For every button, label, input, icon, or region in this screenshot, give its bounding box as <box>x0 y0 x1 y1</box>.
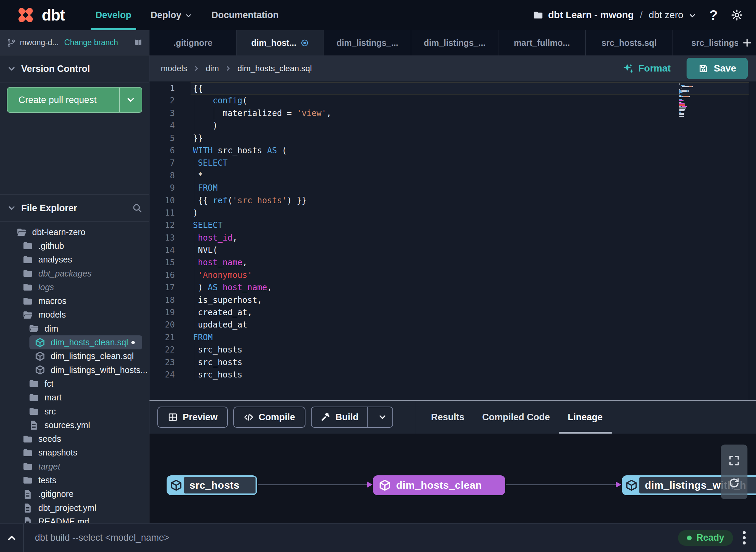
tree-item-tests[interactable]: tests <box>0 473 149 487</box>
tree-item-fct[interactable]: fct <box>0 377 149 390</box>
code-line-15[interactable]: host_name, <box>191 256 749 269</box>
code-line-1[interactable]: {{ <box>191 82 749 94</box>
code-line-9[interactable]: FROM <box>191 182 749 194</box>
environment-selector[interactable]: dbt zero <box>649 10 683 21</box>
file-tab-mart-fullmo[interactable]: mart_fullmo... <box>498 30 586 55</box>
gear-icon[interactable] <box>731 9 743 21</box>
preview-button[interactable]: Preview <box>157 407 228 428</box>
file-tab-src-hosts-sql[interactable]: src_hosts.sql <box>586 30 673 55</box>
help-button[interactable]: ? <box>709 8 718 23</box>
build-button[interactable]: Build <box>311 407 393 428</box>
lineage-node-dim-hosts-clean[interactable]: dim_hosts_clean <box>373 475 505 495</box>
tree-item-label: src <box>44 407 56 416</box>
code-line-19[interactable]: created_at, <box>191 306 749 319</box>
code-line-22[interactable]: src_hosts <box>191 344 749 356</box>
file-icon <box>29 420 39 430</box>
create-pull-request-button[interactable]: Create pull request <box>7 87 142 113</box>
format-button[interactable]: Format <box>623 63 671 74</box>
code-line-20[interactable]: updated_at <box>191 319 749 331</box>
tree-item-dbt-project-yml[interactable]: dbt_project.yml <box>0 501 149 515</box>
tree-item-github[interactable]: .github <box>0 239 149 253</box>
tree-item-target[interactable]: target <box>0 460 149 473</box>
file-explorer-header[interactable]: File Explorer <box>0 195 149 222</box>
chevron-up-icon <box>6 532 17 544</box>
tree-item-snapshots[interactable]: snapshots <box>0 446 149 460</box>
tree-item-macros[interactable]: macros <box>0 294 149 308</box>
project-name[interactable]: dbt Learn - mwong <box>548 10 634 21</box>
file-tab-dim-listings[interactable]: dim_listings_... <box>324 30 411 55</box>
editor-minimap[interactable] <box>679 84 700 117</box>
code-line-3[interactable]: materialized = 'view', <box>191 107 749 119</box>
tree-item-dim-hosts-clean-sql[interactable]: dim_hosts_clean.sql <box>29 335 142 349</box>
breadcrumb-dim[interactable]: dim <box>206 64 219 73</box>
code-line-5[interactable]: }} <box>191 132 749 144</box>
tree-item-dim[interactable]: dim <box>0 322 149 335</box>
chevron-down-icon[interactable] <box>688 12 696 20</box>
code-content[interactable]: {{ config( materialized = 'view', )}}WIT… <box>191 82 749 400</box>
tab-results[interactable]: Results <box>422 401 473 434</box>
code-line-10[interactable]: {{ ref('src_hosts') }} <box>191 194 749 207</box>
lineage-node-src-hosts[interactable]: src_hosts <box>167 475 257 495</box>
fullscreen-icon[interactable] <box>728 454 740 467</box>
build-dropdown-button[interactable] <box>373 407 392 427</box>
change-branch-link[interactable]: Change branch <box>64 38 118 47</box>
save-button[interactable]: Save <box>687 58 748 79</box>
tree-item-dbt-learn-zero[interactable]: dbt-learn-zero <box>0 225 149 239</box>
code-line-14[interactable]: NVL( <box>191 244 749 256</box>
file-tab-dim-listings[interactable]: dim_listings_... <box>411 30 498 55</box>
tree-item-src[interactable]: src <box>0 405 149 418</box>
refresh-icon[interactable] <box>728 477 740 489</box>
file-tab-gitignore[interactable]: .gitignore <box>149 30 237 55</box>
code-line-6[interactable]: WITH src_hosts AS ( <box>191 144 749 157</box>
code-line-12[interactable]: SELECT <box>191 219 749 231</box>
file-tab-dim-host[interactable]: dim_host... <box>237 30 324 55</box>
tree-item-dbt-packages[interactable]: dbt_packages <box>0 267 149 280</box>
command-bar: dbt build --select <model_name> Ready <box>0 523 756 552</box>
breadcrumb-models[interactable]: models <box>161 64 187 73</box>
tree-item-analyses[interactable]: analyses <box>0 253 149 267</box>
compile-button[interactable]: Compile <box>233 407 305 428</box>
nav-item-develop[interactable]: Develop <box>86 0 141 30</box>
code-line-8[interactable]: * <box>191 169 749 182</box>
nav-item-deploy[interactable]: Deploy <box>141 0 202 30</box>
code-line-4[interactable]: ) <box>191 119 749 132</box>
pr-dropdown-button[interactable] <box>120 88 142 112</box>
nav-item-documentation[interactable]: Documentation <box>202 0 288 30</box>
tree-item-models[interactable]: models <box>0 308 149 322</box>
dbt-logo[interactable]: dbt <box>15 4 65 26</box>
code-line-16[interactable]: 'Anonymous' <box>191 269 749 281</box>
folder-icon <box>23 268 33 279</box>
command-bar-expand-button[interactable] <box>0 532 23 544</box>
code-line-2[interactable]: config( <box>191 94 749 107</box>
tree-item-dim-listings-with-hosts[interactable]: dim_listings_with_hosts... <box>0 363 149 377</box>
code-line-23[interactable]: src_hosts <box>191 356 749 369</box>
tab-compiled-code[interactable]: Compiled Code <box>473 401 559 434</box>
tree-item-sources-yml[interactable]: sources.yml <box>0 418 149 432</box>
code-line-18[interactable]: is_superhost, <box>191 294 749 306</box>
tree-item-logs[interactable]: logs <box>0 280 149 294</box>
code-line-24[interactable]: src_hosts <box>191 369 749 381</box>
kebab-menu-icon[interactable] <box>741 530 747 546</box>
search-icon[interactable] <box>132 203 142 213</box>
tree-item-seeds[interactable]: seeds <box>0 432 149 446</box>
tree-item-gitignore[interactable]: .gitignore <box>0 487 149 501</box>
tree-item-dim-listings-clean-sql[interactable]: dim_listings_clean.sql <box>0 349 149 363</box>
tree-item-mart[interactable]: mart <box>0 391 149 405</box>
code-line-13[interactable]: host_id, <box>191 232 749 244</box>
hammer-icon <box>321 412 331 422</box>
code-line-7[interactable]: SELECT <box>191 157 749 169</box>
tree-item-readme-md[interactable]: README.md <box>0 515 149 523</box>
code-line-21[interactable]: FROM <box>191 331 749 344</box>
code-editor[interactable]: 123456789101112131415161718192021222324 … <box>149 81 756 401</box>
docs-book-icon[interactable] <box>134 38 143 48</box>
command-input[interactable]: dbt build --select <model_name> <box>35 532 169 543</box>
tab-lineage[interactable]: Lineage <box>559 401 612 434</box>
new-tab-button[interactable] <box>738 30 756 55</box>
version-control-header[interactable]: Version Control <box>0 55 149 82</box>
status-badge: Ready <box>678 530 733 546</box>
grid-table-icon <box>168 412 178 422</box>
code-line-11[interactable]: ) <box>191 207 749 219</box>
code-line-17[interactable]: ) AS host_name, <box>191 281 749 294</box>
chevron-down-icon <box>185 12 192 20</box>
lineage-canvas[interactable]: src_hosts dim_hosts_clean dim_listings_w… <box>149 434 756 523</box>
